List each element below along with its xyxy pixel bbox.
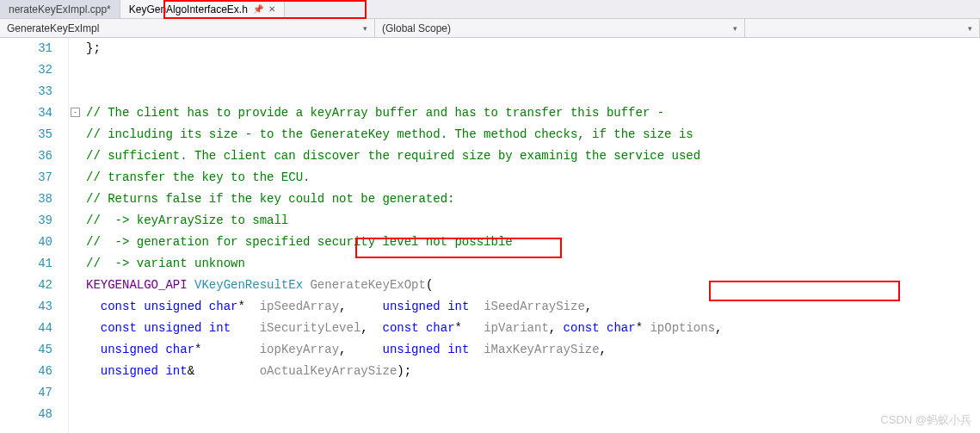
code-line[interactable]: // sufficient. The client can discover t… [86, 145, 980, 167]
code-line[interactable] [86, 81, 980, 102]
scope-bar: GenerateKeyExImpl ▾ (Global Scope) ▾ ▾ [0, 19, 980, 38]
code-line[interactable] [86, 59, 980, 81]
line-number: 44 [0, 318, 52, 339]
pin-icon[interactable]: 📌 [253, 4, 263, 14]
line-number: 42 [0, 275, 52, 296]
tab-bar: nerateKeyExImpl.cpp* KeyGenAlgoInterface… [0, 0, 980, 19]
line-number: 34 [0, 102, 52, 124]
scope-label: GenerateKeyExImpl [7, 22, 99, 34]
code-line[interactable]: // including its size - to the GenerateK… [86, 124, 980, 145]
scope-class-dropdown[interactable]: GenerateKeyExImpl ▾ [0, 19, 375, 37]
code-line[interactable]: // The client has to provide a keyArray … [86, 102, 980, 124]
close-icon[interactable]: ✕ [268, 4, 275, 14]
line-number: 43 [0, 296, 52, 318]
chevron-down-icon: ▾ [733, 24, 737, 33]
code-line[interactable]: // -> keyArraySize to small [86, 210, 980, 232]
code-line[interactable]: }; [86, 38, 980, 59]
code-line[interactable] [86, 404, 980, 425]
code-line[interactable]: unsigned char* iopKeyArray, unsigned int… [86, 339, 980, 361]
code-line[interactable]: // -> generation for specified security … [86, 232, 980, 253]
fold-toggle[interactable]: - [71, 108, 80, 117]
code-line[interactable] [86, 382, 980, 404]
code-line[interactable]: unsigned int& oActualKeyArraySize); [86, 361, 980, 382]
code-line[interactable]: // Returns false if the key could not be… [86, 189, 980, 210]
line-number: 33 [0, 81, 52, 102]
line-number: 47 [0, 382, 52, 404]
code-line[interactable]: const unsigned char* ipSeedArray, unsign… [86, 296, 980, 318]
code-line[interactable]: KEYGENALGO_API VKeyGenResultEx GenerateK… [86, 275, 980, 296]
line-number: 36 [0, 145, 52, 167]
tab-label: KeyGenAlgoInterfaceEx.h [129, 3, 248, 15]
scope-member-dropdown[interactable]: (Global Scope) ▾ [375, 19, 745, 37]
code-editor[interactable]: 313233343536373839404142434445464748 };/… [0, 38, 980, 433]
line-number: 46 [0, 361, 52, 382]
line-number: 31 [0, 38, 52, 59]
line-number: 41 [0, 253, 52, 275]
tab-cpp-file[interactable]: nerateKeyExImpl.cpp* [0, 0, 120, 18]
code-line[interactable]: const unsigned int iSecurityLevel, const… [86, 318, 980, 339]
scope-extra-dropdown[interactable]: ▾ [745, 19, 980, 37]
watermark: CSDN @蚂蚁小兵 [880, 412, 971, 428]
chevron-down-icon: ▾ [363, 24, 367, 33]
tab-label: nerateKeyExImpl.cpp* [9, 3, 111, 15]
chevron-down-icon: ▾ [968, 24, 972, 33]
line-number: 39 [0, 210, 52, 232]
code-area[interactable]: };// The client has to provide a keyArra… [69, 38, 980, 433]
code-line[interactable]: // -> variant unknown [86, 253, 980, 275]
line-number: 37 [0, 167, 52, 189]
line-number: 35 [0, 124, 52, 145]
line-number: 45 [0, 339, 52, 361]
line-number: 40 [0, 232, 52, 253]
line-number: 38 [0, 189, 52, 210]
line-number: 48 [0, 404, 52, 425]
scope-label: (Global Scope) [382, 22, 451, 34]
line-number: 32 [0, 59, 52, 81]
tab-header-file[interactable]: KeyGenAlgoInterfaceEx.h 📌 ✕ [120, 0, 285, 18]
code-line[interactable]: // transfer the key to the ECU. [86, 167, 980, 189]
line-number-gutter: 313233343536373839404142434445464748 [0, 38, 69, 433]
